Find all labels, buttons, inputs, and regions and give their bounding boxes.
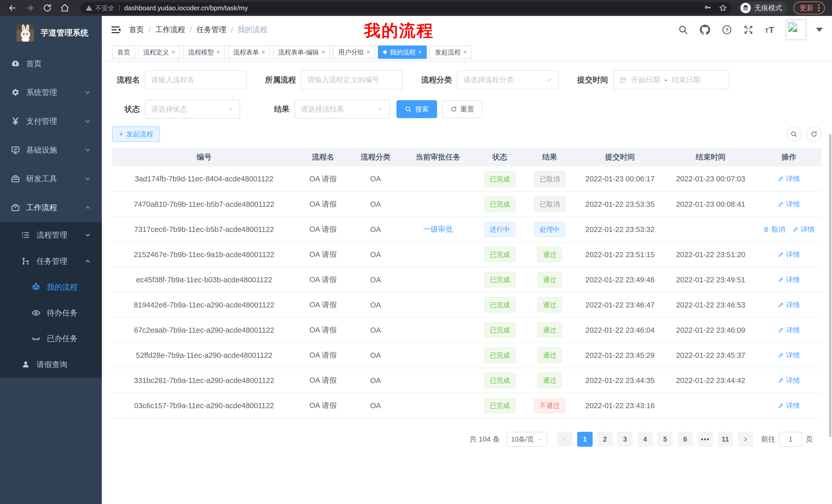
end-date-placeholder: 结束日期 [672, 75, 700, 85]
page-button[interactable]: 1 [577, 432, 593, 447]
sidebar-item-my-process[interactable]: 我的流程 [0, 274, 102, 300]
prev-page-button[interactable] [557, 432, 573, 447]
sidebar-item-system[interactable]: 系统管理 [0, 78, 102, 107]
help-icon[interactable]: ? [722, 25, 732, 35]
tab-process-definition[interactable]: 流程定义× [138, 46, 180, 59]
page-button[interactable]: 5 [657, 432, 673, 447]
tab-process-model[interactable]: 流程模型× [183, 46, 225, 59]
detail-button[interactable]: 详情 [778, 401, 800, 410]
page-size-select[interactable]: 10条/页 [506, 432, 547, 447]
url-text[interactable]: dashboard.yudao.iocoder.cn/bpm/task/my [124, 4, 697, 12]
page-button[interactable]: 4 [638, 432, 653, 447]
filter-label-parent-process: 所属流程 [262, 75, 296, 85]
reload-icon[interactable] [42, 3, 52, 13]
parent-process-input[interactable] [301, 71, 402, 89]
page-button[interactable]: 11 [718, 432, 733, 447]
sidebar-item-leave-query[interactable]: 请假查询 [0, 352, 102, 377]
tab-start-process[interactable]: 发起流程× [430, 46, 472, 59]
close-icon[interactable]: × [321, 49, 325, 56]
warning-icon [85, 4, 93, 11]
close-icon[interactable]: × [463, 49, 467, 56]
sidebar-item-label: 流程管理 [36, 230, 84, 241]
detail-button[interactable]: 详情 [778, 250, 800, 259]
table-search-toggle-button[interactable] [786, 127, 802, 142]
close-icon[interactable]: × [216, 49, 220, 56]
detail-button[interactable]: 详情 [792, 225, 814, 234]
tab-process-form-edit[interactable]: 流程表单-编辑× [273, 46, 330, 59]
result-select[interactable]: 请选择流结果 [295, 100, 390, 119]
sidebar-item-infra[interactable]: 基础设施 [0, 136, 102, 164]
category-select[interactable]: 请选择流程分类 [457, 71, 559, 89]
workflow-submenu: 流程管理 任务管理 我的流程 待办任务 [0, 222, 102, 377]
close-icon[interactable]: × [418, 49, 422, 56]
close-icon[interactable]: × [261, 49, 265, 56]
address-bar[interactable]: 不安全 dashboard.yudao.iocoder.cn/bpm/task/… [80, 2, 732, 14]
avatar[interactable] [786, 20, 806, 40]
status-badge: 已完成 [484, 171, 516, 187]
forward-icon[interactable] [25, 3, 35, 13]
scrollbar[interactable] [829, 134, 831, 437]
page-button[interactable]: 6 [677, 432, 693, 447]
sidebar-item-todo-tasks[interactable]: 待办任务 [0, 300, 102, 326]
app-logo-row[interactable]: 芋道管理系统 [0, 16, 102, 49]
collapse-sidebar-icon[interactable] [111, 25, 121, 34]
fullscreen-icon[interactable] [743, 25, 754, 35]
kebab-menu-icon[interactable] [818, 4, 820, 11]
close-icon[interactable]: × [366, 49, 370, 56]
security-status[interactable]: 不安全 [85, 4, 114, 12]
header-search-icon[interactable] [678, 25, 688, 35]
chevron-up-icon [84, 204, 92, 212]
close-icon[interactable]: × [172, 49, 175, 56]
breadcrumb-task-mgmt[interactable]: 任务管理 [197, 25, 226, 35]
tab-process-form[interactable]: 流程表单× [228, 46, 270, 59]
sidebar-item-process-mgmt[interactable]: 流程管理 [0, 222, 102, 248]
home-icon[interactable] [60, 3, 70, 13]
filter-label-process-name: 流程名 [112, 75, 140, 85]
submit-time-range-picker[interactable]: 开始日期 - 结束日期 [613, 71, 729, 89]
cancel-button[interactable]: 取消 [763, 225, 785, 234]
result-badge: 通过 [537, 247, 562, 262]
next-page-button[interactable] [738, 432, 753, 447]
status-select[interactable]: 请选择状态 [145, 100, 240, 119]
detail-button[interactable]: 详情 [778, 200, 800, 209]
detail-button[interactable]: 详情 [778, 376, 800, 385]
avatar-dropdown-caret[interactable] [816, 28, 823, 32]
back-icon[interactable] [7, 3, 18, 13]
page-button[interactable]: 3 [617, 432, 633, 447]
detail-button[interactable]: 详情 [778, 351, 800, 360]
bookmark-star-icon[interactable] [719, 4, 727, 12]
chevron-down-icon [546, 77, 552, 83]
detail-button[interactable]: 详情 [778, 300, 800, 310]
urlbar-divider [119, 5, 120, 11]
page-button[interactable]: 2 [597, 432, 613, 447]
key-icon[interactable] [704, 4, 712, 12]
tab-home[interactable]: 首页 [112, 46, 135, 59]
sidebar-item-home[interactable]: 首页 [0, 49, 102, 78]
reset-button[interactable]: 重置 [442, 100, 482, 118]
detail-button[interactable]: 详情 [778, 275, 800, 284]
sidebar-item-workflow[interactable]: 工作流程 [0, 193, 102, 222]
github-icon[interactable] [700, 24, 710, 35]
detail-button[interactable]: 详情 [778, 326, 800, 335]
chevron-down-icon [84, 175, 92, 183]
current-task-link[interactable]: 一级审批 [423, 225, 453, 233]
detail-button[interactable]: 详情 [778, 174, 800, 184]
breadcrumb-workflow[interactable]: 工作流程 [155, 25, 185, 35]
breadcrumb-home[interactable]: 首页 [129, 25, 144, 35]
pencil-icon [778, 327, 784, 333]
goto-page-input[interactable] [779, 432, 802, 447]
sidebar-item-done-tasks[interactable]: 已办任务 [0, 326, 102, 352]
font-size-icon[interactable]: TT [765, 25, 774, 35]
create-process-button[interactable]: + 发起流程 [112, 127, 160, 142]
tab-user-group[interactable]: 用户分组× [333, 46, 375, 59]
sidebar-item-devtools[interactable]: 研发工具 [0, 164, 102, 193]
tab-my-process[interactable]: 我的流程× [378, 46, 427, 59]
update-button[interactable]: 更新 [794, 2, 825, 15]
search-button[interactable]: 搜索 [396, 100, 437, 118]
sidebar-item-task-mgmt[interactable]: 任务管理 [0, 248, 102, 274]
goto-label: 前往 [761, 435, 775, 444]
more-pages-button[interactable]: ••• [698, 432, 713, 447]
table-refresh-button[interactable] [806, 127, 822, 142]
sidebar-item-payment[interactable]: 支付管理 [0, 107, 102, 136]
process-name-input[interactable] [145, 71, 246, 89]
